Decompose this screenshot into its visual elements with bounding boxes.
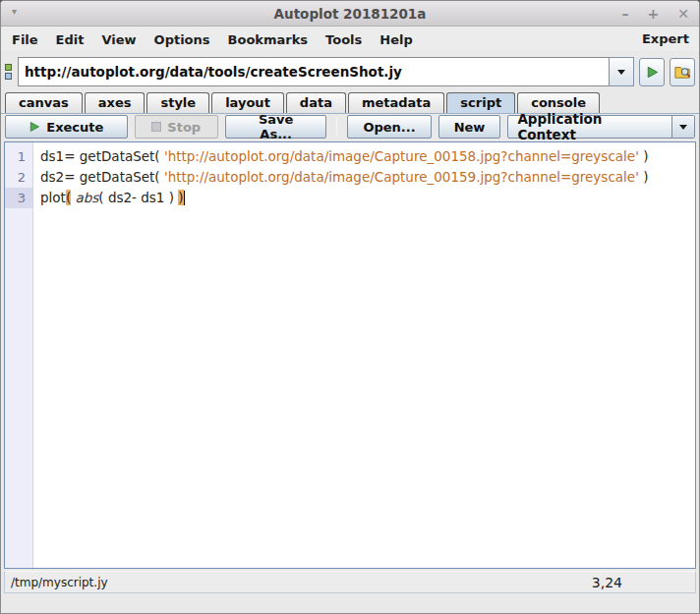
code-line-3[interactable]: plot( abs( ds2- ds1 ) ) bbox=[40, 188, 695, 208]
open-label: Open... bbox=[363, 120, 415, 135]
close-icon[interactable]: ✕ bbox=[677, 7, 689, 21]
stop-icon bbox=[151, 122, 161, 132]
window-menu-icon[interactable]: ▾ bbox=[12, 6, 17, 17]
blue-square-icon bbox=[5, 73, 12, 80]
statusbar: /tmp/myscript.jy 3,24 bbox=[4, 571, 696, 593]
code-text: abs bbox=[75, 190, 98, 205]
cursor-position: 3,24 bbox=[592, 575, 622, 590]
tab-style[interactable]: style bbox=[146, 92, 209, 113]
code-line-1[interactable]: ds1= getDataSet( 'http://autoplot.org/da… bbox=[40, 146, 695, 167]
url-combo bbox=[18, 57, 634, 86]
code-text: ) bbox=[639, 169, 649, 185]
address-bar bbox=[1, 51, 699, 91]
tab-canvas[interactable]: canvas bbox=[5, 92, 83, 113]
tab-layout[interactable]: layout bbox=[211, 92, 284, 113]
app-window: ▾ Autoplot 20181201a – + ✕ FileEditViewO… bbox=[0, 0, 700, 614]
code-text: ds2= getDataSet( bbox=[40, 169, 164, 185]
chevron-down-icon bbox=[679, 125, 687, 130]
execute-button[interactable]: Execute bbox=[5, 115, 128, 139]
menu-items: FileEditViewOptionsBookmarksToolsHelp bbox=[3, 29, 422, 48]
script-editor[interactable]: 123 ds1= getDataSet( 'http://autoplot.or… bbox=[4, 141, 696, 569]
new-button[interactable]: New bbox=[438, 115, 501, 139]
menu-bookmarks[interactable]: Bookmarks bbox=[219, 32, 318, 47]
menubar: FileEditViewOptionsBookmarksToolsHelp Ex… bbox=[1, 27, 699, 51]
save-as-button[interactable]: Save As... bbox=[225, 115, 327, 139]
tab-metadata[interactable]: metadata bbox=[348, 92, 444, 113]
line-number: 3 bbox=[5, 188, 32, 208]
text-cursor bbox=[184, 191, 186, 205]
url-dropdown-button[interactable] bbox=[610, 57, 634, 86]
green-square-icon bbox=[5, 64, 12, 71]
execute-play-icon bbox=[29, 121, 40, 133]
code-line-2[interactable]: ds2= getDataSet( 'http://autoplot.org/da… bbox=[40, 167, 695, 188]
inspect-folder-button[interactable] bbox=[670, 58, 695, 86]
menu-help[interactable]: Help bbox=[371, 32, 421, 47]
code-string: 'http://autoplot.org/data/image/Capture_… bbox=[164, 148, 639, 164]
window-title: Autoplot 20181201a bbox=[1, 6, 699, 22]
expert-mode-label[interactable]: Expert bbox=[642, 31, 689, 46]
play-icon bbox=[645, 65, 660, 80]
code-text: ) bbox=[639, 148, 649, 164]
code-text: ds1= getDataSet( bbox=[40, 148, 164, 164]
titlebar: ▾ Autoplot 20181201a – + ✕ bbox=[1, 1, 699, 27]
url-input[interactable] bbox=[18, 57, 610, 86]
stop-label: Stop bbox=[167, 120, 201, 135]
menu-view[interactable]: View bbox=[92, 32, 145, 47]
maximize-icon[interactable]: + bbox=[648, 7, 660, 21]
menu-file[interactable]: File bbox=[3, 32, 47, 47]
code-area[interactable]: ds1= getDataSet( 'http://autoplot.org/da… bbox=[33, 142, 695, 568]
datasource-indicator-icon bbox=[4, 64, 13, 80]
application-context-combo[interactable]: Application Context bbox=[507, 115, 695, 139]
line-number-gutter: 123 bbox=[5, 142, 33, 568]
menu-tools[interactable]: Tools bbox=[317, 32, 371, 47]
save-as-label: Save As... bbox=[241, 112, 312, 141]
go-button[interactable] bbox=[639, 58, 665, 86]
code-text: plot bbox=[40, 190, 66, 205]
chevron-down-icon bbox=[617, 70, 625, 75]
line-number: 2 bbox=[5, 167, 32, 188]
open-button[interactable]: Open... bbox=[347, 115, 431, 139]
window-controls: – + ✕ bbox=[622, 1, 689, 26]
menu-edit[interactable]: Edit bbox=[47, 32, 93, 47]
code-text: ( ds2- ds1 ) bbox=[98, 190, 178, 205]
file-path: /tmp/myscript.jy bbox=[11, 576, 108, 589]
line-number: 1 bbox=[5, 146, 32, 167]
tab-bar: canvasaxesstylelayoutdatametadatascriptc… bbox=[1, 91, 699, 113]
script-toolbar: Execute Stop Save As... Open... New Appl… bbox=[1, 113, 699, 140]
tab-axes[interactable]: axes bbox=[85, 92, 146, 113]
context-combo-value: Application Context bbox=[508, 116, 671, 138]
tab-console[interactable]: console bbox=[517, 92, 600, 113]
toolbar-separator bbox=[336, 117, 337, 137]
stop-button[interactable]: Stop bbox=[135, 115, 218, 139]
folder-magnifier-icon bbox=[673, 64, 691, 80]
window-bottom-edge bbox=[1, 593, 699, 613]
tab-script[interactable]: script bbox=[446, 92, 515, 113]
execute-label: Execute bbox=[46, 120, 103, 135]
menu-options[interactable]: Options bbox=[146, 32, 219, 47]
tab-data[interactable]: data bbox=[286, 92, 346, 113]
new-label: New bbox=[454, 120, 486, 135]
code-string: 'http://autoplot.org/data/image/Capture_… bbox=[164, 169, 639, 185]
minimize-icon[interactable]: – bbox=[622, 7, 629, 21]
context-dropdown-icon[interactable] bbox=[671, 116, 694, 138]
